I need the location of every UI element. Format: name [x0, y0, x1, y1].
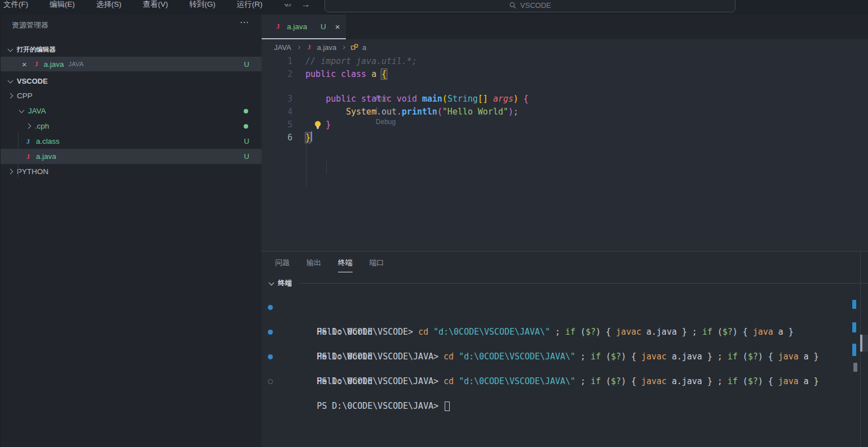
lightbulb-icon[interactable]: [313, 120, 322, 130]
terminal-section-label: 终端: [278, 279, 292, 288]
chevron-right-icon: [26, 124, 31, 129]
terminal-output[interactable]: PS D:\0CODE\VSCODE> cd "d:\0CODE\VSCODE\…: [262, 301, 868, 387]
back-arrow-icon[interactable]: ←: [284, 0, 293, 10]
breadcrumb-symbol[interactable]: a: [362, 43, 366, 52]
chevron-right-icon: [8, 93, 13, 99]
terminal-line: PS D:\0CODE\VSCODE\JAVA> cd "d:\0CODE\VS…: [262, 350, 868, 363]
chevron-right-icon: [8, 169, 13, 175]
tree-item-python[interactable]: PYTHON: [1, 164, 262, 179]
tree-item-java-folder[interactable]: JAVA: [1, 103, 262, 118]
search-label: VSCODE: [520, 1, 551, 10]
java-file-icon: J: [24, 152, 32, 161]
terminal-section-header[interactable]: 终端: [262, 275, 868, 291]
symbol-class-icon: [350, 43, 359, 51]
breadcrumb-folder[interactable]: JAVA: [274, 43, 291, 52]
menu-goto[interactable]: 转到(G): [189, 0, 216, 11]
chevron-down-icon: [8, 77, 13, 83]
line-number: 5: [262, 118, 293, 131]
panel-tabs: 问题 输出 终端 端口: [275, 252, 868, 272]
menu-run[interactable]: 运行(R): [237, 0, 263, 11]
overview-ruler-mark: [852, 300, 856, 309]
section-divider: [300, 283, 868, 284]
breadcrumb-file[interactable]: a.java: [317, 43, 337, 52]
code-line-4: 4 System.out.println("Hello World");: [262, 106, 868, 118]
open-editor-file-name: a.java: [44, 60, 64, 69]
tree-item-cph[interactable]: .cph: [1, 118, 262, 134]
close-icon[interactable]: ×: [335, 22, 340, 31]
search-icon: [509, 2, 517, 9]
tree-item-a-java[interactable]: J a.java U: [1, 149, 262, 164]
git-status-badge: U: [321, 22, 326, 31]
tab-label: a.java: [287, 22, 307, 31]
code-line-6: 6 }: [262, 131, 868, 144]
close-icon[interactable]: ×: [22, 60, 27, 69]
tree-item-a-class[interactable]: J a.class U: [1, 134, 262, 149]
prompt-pending-icon: [268, 379, 273, 384]
explorer-more-actions-icon[interactable]: ⋯: [240, 17, 249, 28]
tab-strip: J a.java U ×: [262, 15, 868, 39]
line-number: 3: [262, 93, 293, 106]
explorer-sidebar: 资源管理器 ⋯ 打开的编辑器 × J a.java JAVA U VSCODE …: [0, 15, 262, 447]
git-status-badge: U: [244, 137, 249, 145]
code-line-3: 3 public static void main(String[] args)…: [262, 93, 868, 106]
open-editors-header[interactable]: 打开的编辑器: [1, 43, 262, 57]
workspace-root-label: VSCODE: [17, 77, 48, 85]
java-file-icon: J: [33, 60, 40, 69]
open-editor-item-a-java[interactable]: × J a.java JAVA U: [1, 57, 262, 71]
open-editors-label: 打开的编辑器: [17, 45, 56, 54]
tree-item-label: PYTHON: [17, 167, 48, 176]
line-number: 4: [262, 106, 293, 118]
tree-item-label: .cph: [35, 122, 49, 130]
overview-ruler-mark: [853, 363, 857, 372]
terminal-prompt-line: PS D:\0CODE\VSCODE\JAVA>: [262, 375, 868, 387]
menu-edit[interactable]: 编辑(E): [49, 0, 75, 11]
java-file-icon: J: [305, 43, 313, 52]
menu-bar: 文件(F) 编辑(E) 选择(S) 查看(V) 转到(G) 运行(R) ⋯: [3, 0, 291, 11]
chevron-down-icon: [19, 108, 25, 113]
command-center-search[interactable]: VSCODE: [325, 0, 735, 12]
workspace-root-header[interactable]: VSCODE: [1, 74, 262, 88]
chevron-down-icon: [8, 47, 13, 52]
menu-selection[interactable]: 选择(S): [96, 0, 121, 11]
code-line-2: 2 public class a {: [262, 68, 868, 81]
modified-dot-badge: [244, 109, 248, 113]
code-line-1: 1 // import java.util.*;: [262, 55, 868, 68]
tab-problems[interactable]: 问题: [275, 258, 290, 272]
code-line-5: 5 }: [262, 118, 868, 131]
java-file-icon: J: [274, 22, 282, 31]
breadcrumb: JAVA J a.java a: [262, 39, 868, 55]
tree-item-cpp[interactable]: CPP: [1, 88, 262, 103]
tree-item-label: JAVA: [28, 107, 46, 115]
code-editor[interactable]: 1 // import java.util.*; 2 public class …: [262, 55, 868, 144]
menu-file[interactable]: 文件(F): [3, 0, 28, 11]
tree-indent-guide: [18, 131, 19, 177]
tab-a-java[interactable]: J a.java U ×: [262, 15, 346, 39]
tab-output[interactable]: 输出: [307, 258, 321, 272]
line-number: 2: [262, 68, 293, 81]
open-editor-dir-hint: JAVA: [68, 61, 84, 67]
line-number: 6: [262, 131, 293, 144]
chevron-right-icon: [296, 45, 300, 49]
overview-ruler-mark: [852, 322, 856, 332]
terminal-line: PS D:\0CODE\VSCODE> cd "d:\0CODE\VSCODE\…: [262, 301, 868, 313]
terminal-line: Hello World: [262, 338, 868, 350]
terminal-line: Hello World: [262, 313, 868, 326]
vscode-window: 文件(F) 编辑(E) 选择(S) 查看(V) 转到(G) 运行(R) ⋯ ← …: [0, 0, 868, 447]
explorer-title: 资源管理器: [12, 20, 48, 30]
terminal-line: Hello World: [262, 363, 868, 375]
line-number: 1: [262, 55, 293, 68]
tab-ports[interactable]: 端口: [369, 258, 384, 272]
terminal-scrollbar-thumb[interactable]: [860, 335, 862, 352]
terminal-line: PS D:\0CODE\VSCODE\JAVA> cd "d:\0CODE\VS…: [262, 326, 868, 338]
indent-guide: [326, 161, 327, 174]
bottom-panel: 问题 输出 终端 端口 终端 PS D:\0CODE\VSCODE> cd "d…: [262, 251, 868, 447]
command-success-icon: [268, 354, 273, 359]
forward-arrow-icon[interactable]: →: [301, 0, 310, 10]
chevron-right-icon: [341, 45, 345, 49]
tab-terminal[interactable]: 终端: [338, 258, 353, 272]
menu-view[interactable]: 查看(V): [143, 0, 168, 11]
tree-item-label: CPP: [17, 92, 33, 100]
java-class-file-icon: J: [24, 137, 32, 146]
command-success-icon: [268, 330, 273, 335]
chevron-down-icon: [269, 280, 275, 285]
